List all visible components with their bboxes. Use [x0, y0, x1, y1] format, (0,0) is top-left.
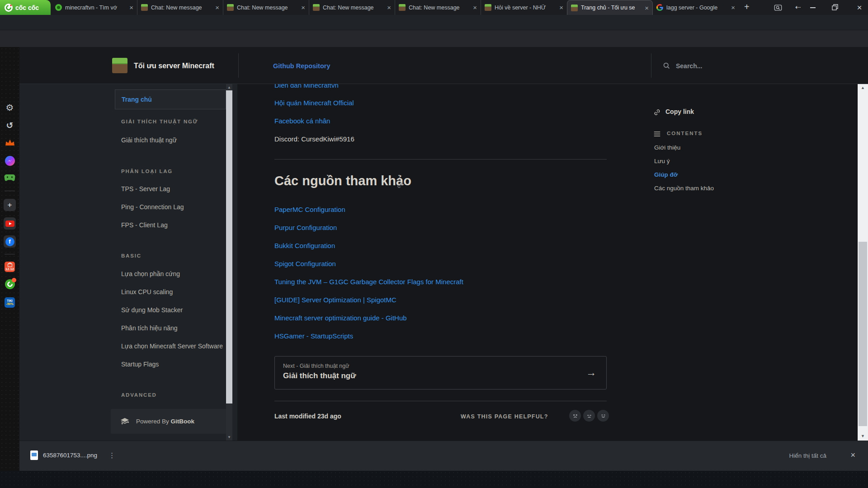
downloaded-file-chip[interactable]: 63587601753....png ⋮ — [30, 450, 115, 460]
toc-item-luu-y[interactable]: Lưu ý — [654, 158, 670, 164]
scroll-up-icon[interactable]: ▲ — [858, 85, 868, 90]
feedback-happy-button[interactable] — [597, 410, 609, 422]
tab-chat-3[interactable]: Chat: New message × — [309, 0, 395, 15]
content-divider — [274, 401, 607, 401]
sidebar-item[interactable]: FPS - Client Lag — [121, 221, 168, 229]
games-gamepad-icon[interactable] — [0, 174, 19, 181]
minecraft-grass-favicon — [485, 4, 491, 11]
tab-close-icon[interactable]: × — [215, 4, 219, 11]
link-dien-dan-minecraftvn[interactable]: Diễn đàn Minecraftvn — [274, 84, 339, 89]
sidebar-section-basic: BASIC — [121, 253, 142, 258]
minecraft-grass-favicon — [227, 4, 234, 11]
tab-lagg-server[interactable]: lagg server - Google × — [653, 0, 739, 15]
toc-item-cac-nguon[interactable]: Các nguồn tham khảo — [654, 185, 714, 192]
sidebar-item[interactable]: Phân tích hiệu năng — [121, 324, 178, 332]
messenger-icon[interactable] — [0, 156, 19, 166]
coccoc-news-shortcut[interactable] — [0, 279, 19, 289]
sidebar-section-advanced: ADVANCED — [121, 392, 157, 398]
toc-item-gioi-thieu[interactable]: Giới thiệu — [654, 144, 680, 151]
windows-taskbar: 4 ^ V X 9:17 PM 21/11/2021 — [0, 471, 868, 488]
ref-link[interactable]: Minecraft server optimization guide - Gi… — [274, 314, 407, 322]
link-hoi-quan-minecraft[interactable]: Hội quán Minecraft Official — [274, 99, 354, 107]
page-scrollbar-thumb[interactable] — [859, 242, 867, 426]
powered-by-gitbook[interactable]: Powered By GitBook — [111, 409, 230, 434]
sidebar-item[interactable]: Giải thích thuật ngữ — [121, 136, 177, 144]
tab-chat-4[interactable]: Chat: New message × — [395, 0, 481, 15]
history-icon[interactable]: ↺ — [0, 120, 19, 131]
tab-search-icon[interactable] — [774, 4, 782, 12]
sidebar-item[interactable]: Lựa chọn phần cứng — [121, 270, 180, 277]
tab-close-icon[interactable]: × — [129, 4, 133, 11]
ref-link[interactable]: Bukkit Configuration — [274, 242, 335, 249]
window-restore-button[interactable] — [832, 4, 838, 10]
sidebar-item[interactable]: Linux CPU scaling — [121, 288, 173, 296]
tab-close-icon[interactable]: × — [473, 4, 477, 11]
ref-link[interactable]: Tuning the JVM – G1GC Garbage Collector … — [274, 278, 463, 286]
tab-chat-1[interactable]: Chat: New message × — [137, 0, 223, 15]
tiki-shortcut[interactable]: TIKI-50% — [0, 297, 19, 308]
discord-contact-text: Discord: CursedKiwi#5916 — [274, 135, 354, 143]
feedback-sad-button[interactable] — [569, 410, 581, 422]
content-divider — [274, 159, 607, 160]
show-all-downloads-button[interactable]: Hiển thị tất cả — [789, 452, 826, 459]
tiki-sale-icon: TIKI-50% — [5, 297, 15, 308]
minecraft-grass-favicon — [313, 4, 320, 11]
settings-gear-icon[interactable]: ⚙ — [0, 102, 19, 113]
ref-link[interactable]: [GUIDE] Server Optimization | SpigotMC — [274, 296, 396, 304]
powered-brand: GitBook — [171, 418, 195, 425]
github-repository-link[interactable]: Github Repository — [273, 62, 330, 70]
tab-title: minecraftvn - Tìm vớ — [65, 5, 126, 11]
page-scrollbar[interactable]: ▲ ▼ — [858, 84, 868, 441]
tab-close-icon[interactable]: × — [559, 4, 563, 11]
scroll-down-icon[interactable]: ▼ — [858, 434, 868, 438]
vip-crown-icon[interactable] — [0, 138, 19, 146]
close-shelf-icon[interactable]: × — [850, 450, 855, 460]
tab-close-icon[interactable]: × — [731, 4, 735, 11]
tab-close-icon[interactable]: × — [301, 4, 305, 11]
ref-link[interactable]: Spigot Configuration — [274, 260, 336, 267]
sidebar-item[interactable]: Ping - Connection Lag — [121, 203, 184, 211]
sidebar-scrollbar-thumb[interactable] — [226, 90, 232, 404]
header-divider — [651, 53, 651, 78]
gitbook-content: Diễn đàn Minecraftvn Hội quán Minecraft … — [237, 84, 857, 441]
ref-link[interactable]: HSGamer - StartupScripts — [274, 332, 353, 340]
tab-hoi-ve-server[interactable]: Hỏi về server - NHỮ × — [481, 0, 567, 15]
link-facebook-ca-nhan[interactable]: Facebook cá nhân — [274, 117, 330, 125]
next-page-card[interactable]: Next - Giải thích thuật ngữ Giải thích t… — [274, 356, 607, 389]
tab-title: Hỏi về server - NHỮ — [495, 5, 556, 11]
sidebar-item[interactable]: Sử dụng Mob Stacker — [121, 306, 183, 314]
tab-trang-chu-active[interactable]: Trang chủ - Tối ưu se × — [567, 0, 653, 15]
scroll-down-icon[interactable]: ▼ — [226, 435, 232, 439]
window-minimize-button[interactable] — [810, 7, 816, 8]
tab-title: Chat: New message — [409, 5, 470, 11]
heading-anchor-link-icon[interactable] — [396, 182, 404, 189]
site-logo-grass-block[interactable] — [112, 58, 127, 73]
youtube-shortcut[interactable] — [0, 217, 19, 230]
scroll-up-icon[interactable]: ▲ — [226, 85, 232, 89]
tab-chat-2[interactable]: Chat: New message × — [223, 0, 309, 15]
ref-link[interactable]: PaperMC Configuration — [274, 206, 345, 213]
coccoc-menu-button[interactable]: cốc cốc — [0, 0, 51, 15]
sidebar-item[interactable]: Lựa chọn Minecraft Server Software — [121, 343, 223, 350]
reopen-tabs-icon[interactable]: ⇠ — [791, 3, 805, 11]
sidebar-scrollbar[interactable]: ▲ ▼ — [226, 84, 232, 441]
add-shortcut-button[interactable]: + — [0, 199, 19, 211]
tab-minecraftvn[interactable]: minecraftvn - Tìm vớ × — [52, 0, 137, 15]
sidebar-item-trang-chu[interactable]: Trang chủ — [115, 89, 226, 109]
facebook-shortcut[interactable]: f — [0, 235, 19, 248]
tab-close-icon[interactable]: × — [645, 4, 649, 12]
sidebar-item[interactable]: Startup Flags — [121, 361, 159, 368]
file-menu-kebab-icon[interactable]: ⋮ — [108, 451, 115, 460]
search-input[interactable]: Search... — [676, 62, 702, 70]
ref-link[interactable]: Purpur Configuration — [274, 224, 337, 231]
copy-link-button[interactable]: Copy link — [665, 108, 694, 115]
sidebar-item[interactable]: TPS - Server Lag — [121, 185, 170, 192]
tab-title: Trang chủ - Tối ưu se — [581, 5, 642, 11]
site-title[interactable]: Tối ưu server Minecraft — [134, 62, 214, 70]
toc-item-giup-do-active[interactable]: Giúp đỡ — [654, 171, 678, 178]
new-tab-button[interactable]: + — [744, 2, 750, 12]
feedback-neutral-button[interactable] — [583, 410, 595, 422]
window-close-button[interactable]: × — [853, 3, 866, 13]
tab-close-icon[interactable]: × — [387, 4, 391, 11]
shopee-shortcut[interactable]: 12.12 — [0, 262, 19, 272]
